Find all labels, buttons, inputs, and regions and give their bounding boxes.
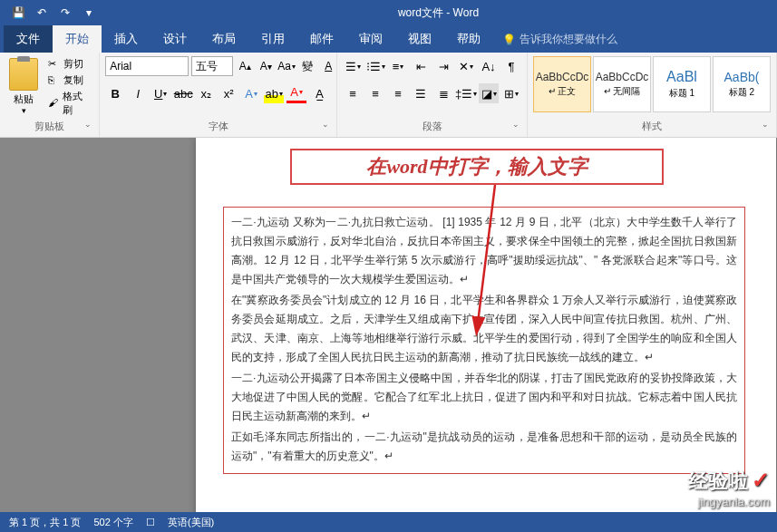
- word-count[interactable]: 502 个字: [93, 516, 132, 529]
- align-center-button[interactable]: ≡: [365, 83, 385, 103]
- annotation-text: 在word中打字，输入文字: [366, 153, 587, 180]
- tab-home[interactable]: 开始: [53, 25, 102, 53]
- styles-group-label: 样式: [533, 118, 771, 135]
- tab-mail[interactable]: 邮件: [297, 25, 346, 53]
- tab-file[interactable]: 文件: [4, 25, 53, 53]
- group-clipboard: 粘贴 ▾ ✂剪切 ⎘复制 🖌格式刷 剪贴板: [0, 53, 100, 137]
- copy-icon: ⎘: [48, 74, 61, 87]
- bold-button[interactable]: B: [105, 83, 125, 103]
- paragraph[interactable]: 一二·九运动公开揭露了日本帝国主义侵略中国，并吞华北的阴谋，打击了国民党政府的妥…: [231, 369, 737, 426]
- svg-line-0: [477, 185, 495, 330]
- paste-label: 粘贴: [14, 92, 34, 106]
- watermark-text: 经验啦: [688, 469, 748, 492]
- check-icon: ✓: [752, 468, 770, 492]
- group-font: A▴ A▾ Aa▾ 變 A B I U▾ abc x₂ x² A▾ ab▾ A▾…: [100, 53, 337, 137]
- document-area[interactable]: 一二·九运动 又称为一二·九抗日救亡运动。 [1] 1935 年 12 月 9 …: [0, 138, 777, 512]
- undo-icon[interactable]: ↶: [31, 2, 53, 24]
- quick-access-toolbar: 💾 ↶ ↷ ▾: [0, 2, 100, 24]
- ribbon: 粘贴 ▾ ✂剪切 ⎘复制 🖌格式刷 剪贴板 A▴ A▾ Aa▾ 變 A B: [0, 53, 777, 138]
- tab-layout[interactable]: 布局: [199, 25, 248, 53]
- copy-button[interactable]: ⎘复制: [45, 73, 93, 88]
- subscript-button[interactable]: x₂: [196, 83, 216, 103]
- tell-me-search[interactable]: 💡 告诉我你想要做什么: [493, 26, 626, 53]
- status-bar: 第 1 页，共 1 页 502 个字 ☐ 英语(美国): [0, 512, 777, 532]
- cut-button[interactable]: ✂剪切: [45, 56, 93, 72]
- tab-view[interactable]: 视图: [395, 25, 444, 53]
- char-border-button[interactable]: A̲: [309, 83, 329, 103]
- group-paragraph: ☰▾ ⁝☰▾ ≡▾ ⇤ ⇥ ✕▾ A↓ ¶ ≡ ≡ ≡ ☰ ≣ ‡☰▾ ◪▾ ⊞…: [337, 53, 528, 137]
- bullets-button[interactable]: ☰▾: [343, 56, 363, 76]
- tab-design[interactable]: 设计: [151, 25, 199, 53]
- underline-button[interactable]: U▾: [151, 83, 170, 103]
- annotation-arrow-icon: [397, 185, 506, 348]
- justify-button[interactable]: ☰: [411, 83, 431, 103]
- watermark: 经验啦✓ jingyanla.com: [688, 468, 770, 508]
- clipboard-group-label: 剪贴板: [5, 118, 93, 135]
- bulb-icon: 💡: [502, 34, 516, 46]
- change-case-button[interactable]: Aa▾: [277, 57, 296, 75]
- decrease-indent-button[interactable]: ⇤: [411, 56, 431, 76]
- language-indicator[interactable]: 英语(美国): [168, 516, 214, 529]
- shrink-font-button[interactable]: A▾: [257, 57, 275, 75]
- phonetic-guide-button[interactable]: 變: [298, 57, 316, 75]
- save-icon[interactable]: 💾: [7, 2, 29, 24]
- proofing-icon[interactable]: ☐: [146, 517, 155, 528]
- tab-help[interactable]: 帮助: [444, 25, 493, 53]
- tab-insert[interactable]: 插入: [102, 25, 151, 53]
- shading-button[interactable]: ◪▾: [479, 83, 499, 103]
- style-heading1[interactable]: AaBl标题 1: [653, 56, 711, 112]
- group-styles: AaBbCcDc↵ 正文 AaBbCcDc↵ 无间隔 AaBl标题 1 AaBb…: [528, 53, 777, 137]
- line-spacing-button[interactable]: ‡☰▾: [456, 83, 476, 103]
- scissors-icon: ✂: [48, 58, 61, 71]
- text-effects-button[interactable]: A▾: [241, 83, 261, 103]
- paragraph-group-label: 段落: [343, 118, 521, 135]
- numbering-button[interactable]: ⁝☰▾: [365, 56, 385, 76]
- grow-font-button[interactable]: A▴: [236, 57, 254, 75]
- italic-button[interactable]: I: [128, 83, 148, 103]
- redo-icon[interactable]: ↷: [54, 2, 76, 24]
- align-right-button[interactable]: ≡: [388, 83, 408, 103]
- font-color-button[interactable]: A▾: [287, 83, 306, 103]
- window-title: word文件 - Word: [100, 5, 777, 21]
- title-bar: 💾 ↶ ↷ ▾ word文件 - Word: [0, 0, 777, 25]
- highlight-button[interactable]: ab▾: [264, 83, 284, 103]
- superscript-button[interactable]: x²: [219, 83, 238, 103]
- paste-icon: [9, 58, 38, 91]
- show-marks-button[interactable]: ¶: [501, 56, 521, 76]
- tell-me-label: 告诉我你想要做什么: [520, 32, 617, 47]
- format-painter-button[interactable]: 🖌格式刷: [45, 89, 93, 118]
- paragraph[interactable]: 正如毛泽东同志所指出的，一二·九运动"是抗战动员的运动，是准备思想和干部的运动，…: [231, 428, 737, 466]
- multilevel-button[interactable]: ≡▾: [388, 56, 408, 76]
- brush-icon: 🖌: [48, 97, 60, 110]
- style-normal[interactable]: AaBbCcDc↵ 正文: [533, 56, 591, 112]
- style-no-spacing[interactable]: AaBbCcDc↵ 无间隔: [593, 56, 651, 112]
- increase-indent-button[interactable]: ⇥: [433, 56, 453, 76]
- font-size-select[interactable]: [191, 56, 233, 76]
- distribute-button[interactable]: ≣: [433, 83, 453, 103]
- asian-layout-button[interactable]: ✕▾: [456, 56, 476, 76]
- borders-button[interactable]: ⊞▾: [501, 83, 521, 103]
- style-gallery[interactable]: AaBbCcDc↵ 正文 AaBbCcDc↵ 无间隔 AaBl标题 1 AaBb…: [533, 56, 771, 112]
- style-heading2[interactable]: AaBb(标题 2: [713, 56, 771, 112]
- qa-customize-icon[interactable]: ▾: [78, 2, 100, 24]
- align-left-button[interactable]: ≡: [343, 83, 363, 103]
- paste-button[interactable]: 粘贴 ▾: [5, 56, 42, 117]
- clear-format-button[interactable]: A: [319, 57, 337, 75]
- sort-button[interactable]: A↓: [479, 56, 499, 76]
- menu-bar: 文件 开始 插入 设计 布局 引用 邮件 审阅 视图 帮助 💡 告诉我你想要做什…: [0, 25, 777, 53]
- watermark-url: jingyanla.com: [698, 495, 771, 508]
- tab-review[interactable]: 审阅: [346, 25, 395, 53]
- font-group-label: 字体: [105, 118, 331, 135]
- font-name-select[interactable]: [105, 56, 189, 76]
- strikethrough-button[interactable]: abc: [173, 83, 193, 103]
- annotation-callout: 在word中打字，输入文字: [290, 149, 664, 185]
- page-count[interactable]: 第 1 页，共 1 页: [9, 516, 81, 529]
- tab-references[interactable]: 引用: [248, 25, 297, 53]
